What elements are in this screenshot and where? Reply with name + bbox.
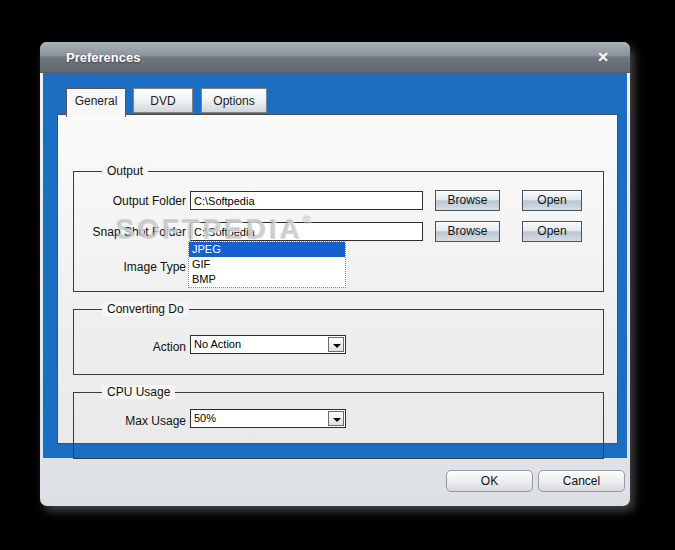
- dropdown-option-gif[interactable]: GIF: [189, 257, 345, 272]
- output-group-title: Output: [102, 164, 148, 178]
- tab-options[interactable]: Options: [201, 88, 267, 113]
- snapshot-folder-label: Snap Shot Folder: [76, 223, 186, 241]
- desktop-background: Preferences ✕ General DVD Options Output…: [0, 0, 675, 550]
- snapshot-browse-button[interactable]: Browse: [435, 221, 500, 242]
- converting-group-title: Converting Do: [102, 302, 189, 316]
- image-type-label: Image Type: [76, 258, 186, 276]
- output-folder-label: Output Folder: [76, 192, 186, 210]
- titlebar[interactable]: Preferences ✕: [40, 42, 630, 73]
- cpu-group-title: CPU Usage: [102, 385, 175, 399]
- max-usage-combobox[interactable]: 50%: [190, 409, 346, 428]
- converting-group: Converting Do Action No Action: [73, 309, 604, 375]
- output-open-button[interactable]: Open: [522, 190, 582, 211]
- output-browse-button[interactable]: Browse: [435, 190, 500, 211]
- window-title: Preferences: [66, 42, 140, 73]
- output-folder-input[interactable]: [190, 191, 423, 210]
- action-combobox[interactable]: No Action: [190, 335, 346, 354]
- image-type-dropdown-list: JPEG GIF BMP: [188, 241, 346, 288]
- dropdown-option-bmp[interactable]: BMP: [189, 272, 345, 287]
- action-value: No Action: [194, 336, 241, 353]
- chevron-down-icon: [333, 418, 341, 422]
- max-usage-dropdown-button[interactable]: [328, 411, 344, 426]
- cancel-button[interactable]: Cancel: [538, 470, 625, 492]
- close-icon[interactable]: ✕: [594, 48, 612, 66]
- snapshot-open-button[interactable]: Open: [522, 221, 582, 242]
- action-dropdown-button[interactable]: [328, 337, 344, 352]
- preferences-dialog: Preferences ✕ General DVD Options Output…: [40, 42, 630, 506]
- dropdown-option-jpeg[interactable]: JPEG: [189, 242, 345, 257]
- cpu-usage-group: CPU Usage Max Usage 50%: [73, 392, 604, 459]
- max-usage-value: 50%: [194, 410, 216, 427]
- ok-button[interactable]: OK: [446, 470, 533, 492]
- max-usage-label: Max Usage: [76, 412, 186, 430]
- tab-general[interactable]: General: [66, 88, 126, 117]
- chevron-down-icon: [333, 344, 341, 348]
- action-label: Action: [76, 338, 186, 356]
- tab-dvd[interactable]: DVD: [133, 88, 193, 113]
- snapshot-folder-input[interactable]: [190, 222, 423, 241]
